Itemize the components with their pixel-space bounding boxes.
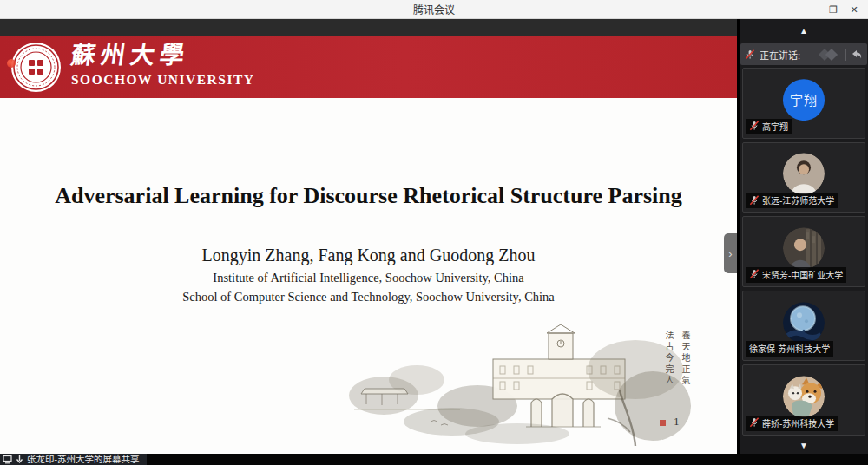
participants-sidebar: ▲ 正在讲话: 宇翔 高宇翔 bbox=[740, 19, 868, 454]
slide-affiliation-1: Institute of Artificial Intelligence, So… bbox=[0, 271, 737, 285]
shared-screen-top-strip bbox=[0, 19, 737, 36]
participant-tile[interactable]: 薛娇-苏州科技大学 bbox=[742, 364, 865, 436]
share-label: 张龙印-苏州大学的屏幕共享 bbox=[27, 454, 140, 465]
slide-page-number: 1 bbox=[674, 415, 680, 429]
participant-name-tag: 薛娇-苏州科技大学 bbox=[746, 416, 838, 431]
banner-text: 蘇州大學 SOOCHOW UNIVERSITY bbox=[71, 41, 254, 88]
avatar bbox=[783, 302, 825, 344]
chevron-right-icon: › bbox=[728, 247, 732, 260]
chevron-down-icon: ▼ bbox=[799, 441, 808, 450]
reply-arrow-icon[interactable] bbox=[851, 49, 863, 60]
participant-tile[interactable]: 徐家保-苏州科技大学 bbox=[742, 291, 865, 362]
participant-name-tag: 张远-江苏师范大学 bbox=[746, 193, 838, 208]
university-motto: 養天地正氣 法古今完人 bbox=[662, 331, 692, 409]
mic-muted-icon bbox=[749, 417, 760, 428]
meeting-logo-icon bbox=[819, 49, 841, 61]
avatar bbox=[783, 227, 825, 269]
slide-banner: 蘇州大學 SOOCHOW UNIVERSITY bbox=[0, 36, 737, 98]
scroll-up-button[interactable]: ▲ bbox=[740, 19, 868, 42]
sidebar-collapse-handle[interactable]: › bbox=[724, 233, 737, 273]
participant-tile[interactable]: 宇翔 高宇翔 bbox=[742, 68, 865, 139]
participant-name: 宋贤芳-中国矿业大学 bbox=[762, 268, 843, 281]
minimize-button[interactable]: − bbox=[802, 0, 823, 19]
window-titlebar: 腾讯会议 − ❐ ✕ bbox=[0, 0, 868, 19]
avatar bbox=[783, 154, 825, 195]
slide-affiliation-2: School of Computer Science and Technolog… bbox=[0, 290, 737, 305]
participant-tile[interactable]: 张远-江苏师范大学 bbox=[742, 142, 865, 213]
slide-title: Adversarial Learning for Discourse Rheto… bbox=[0, 183, 737, 209]
participant-name: 张远-江苏师范大学 bbox=[762, 193, 834, 206]
mic-muted-icon bbox=[749, 195, 760, 206]
avatar bbox=[783, 376, 825, 417]
download-arrow-icon bbox=[15, 455, 24, 464]
participant-name: 高宇翔 bbox=[762, 120, 788, 133]
mic-muted-icon bbox=[749, 269, 760, 279]
participant-name-tag: 宋贤芳-中国矿业大学 bbox=[746, 267, 846, 283]
recording-dot-icon bbox=[7, 59, 16, 68]
speaking-label: 正在讲话: bbox=[760, 48, 800, 62]
presentation-slide: Adversarial Learning for Discourse Rheto… bbox=[0, 98, 737, 454]
participant-name: 薛娇-苏州科技大学 bbox=[762, 416, 834, 429]
motto-column-1: 養天地正氣 bbox=[679, 331, 692, 409]
screen-share-indicator[interactable]: 张龙印-苏州大学的屏幕共享 bbox=[0, 454, 147, 465]
soochow-university-seal-icon bbox=[10, 42, 62, 93]
speaking-indicator-bar: 正在讲话: bbox=[740, 43, 867, 65]
scroll-down-button[interactable]: ▼ bbox=[740, 436, 868, 454]
chevron-up-icon: ▲ bbox=[799, 26, 808, 36]
window-controls: − ❐ ✕ bbox=[802, 0, 865, 19]
divider bbox=[845, 49, 846, 61]
campus-inkwash-illustration bbox=[347, 319, 694, 449]
university-name-cn: 蘇州大學 bbox=[69, 41, 257, 70]
screen-share-view: 蘇州大學 SOOCHOW UNIVERSITY Adversarial Lear… bbox=[0, 19, 737, 454]
participant-name-tag: 高宇翔 bbox=[746, 119, 792, 134]
avatar: 宇翔 bbox=[783, 79, 825, 121]
motto-column-2: 法古今完人 bbox=[662, 331, 675, 409]
participant-name-tag: 徐家保-苏州科技大学 bbox=[746, 341, 833, 357]
red-seal-icon bbox=[660, 420, 666, 426]
restore-button[interactable]: ❐ bbox=[823, 0, 844, 19]
mic-muted-icon bbox=[749, 121, 760, 131]
monitor-icon bbox=[3, 455, 12, 464]
mic-muted-icon bbox=[745, 49, 755, 60]
participant-tiles: 宇翔 高宇翔 张远-江苏师范大学 bbox=[740, 67, 868, 436]
statusbar: 张龙印-苏州大学的屏幕共享 bbox=[0, 454, 868, 465]
close-button[interactable]: ✕ bbox=[844, 0, 865, 19]
university-name-en: SOOCHOW UNIVERSITY bbox=[71, 72, 254, 88]
avatar-initials: 宇翔 bbox=[790, 90, 818, 108]
window-title: 腾讯会议 bbox=[413, 2, 455, 16]
participant-tile[interactable]: 宋贤芳-中国矿业大学 bbox=[742, 216, 865, 287]
participant-name: 徐家保-苏州科技大学 bbox=[749, 342, 830, 355]
meeting-workspace: 蘇州大學 SOOCHOW UNIVERSITY Adversarial Lear… bbox=[0, 19, 868, 454]
slide-authors: Longyin Zhang, Fang Kong and Guodong Zho… bbox=[0, 246, 737, 265]
